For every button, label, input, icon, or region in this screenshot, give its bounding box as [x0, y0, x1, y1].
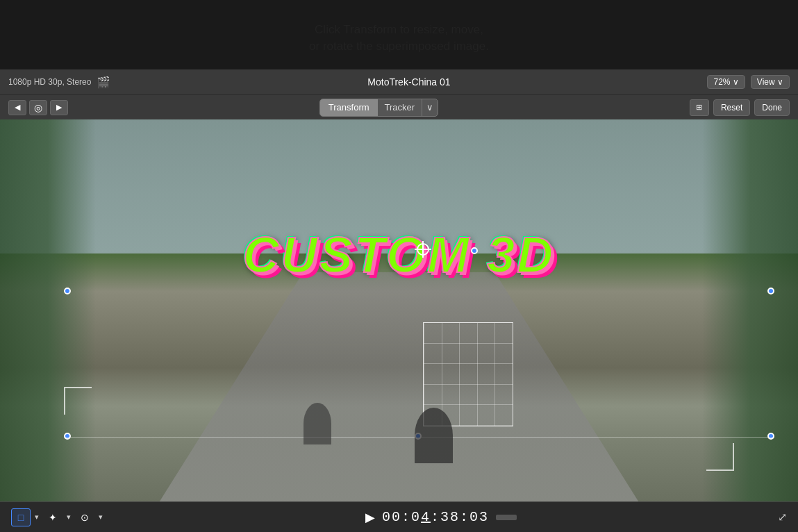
top-bar-left: 1080p HD 30p, Stereo 🎬: [8, 76, 110, 89]
controls-right: ⊞ Reset Done: [690, 99, 790, 116]
tracker-button[interactable]: Tracker: [378, 99, 422, 116]
view-button[interactable]: View ∨: [751, 75, 790, 89]
clip-title: MotoTrek-China 01: [367, 76, 450, 88]
timecode-display: 00:04:38:03: [382, 509, 489, 525]
transform-tracker-group: Transform Tracker ∨: [319, 99, 438, 117]
bottom-right: ⤢: [778, 510, 787, 524]
fullscreen-icon: ⤢: [778, 511, 787, 523]
selection-tool-icon: □: [18, 512, 24, 523]
speed-tool-icon: ⊙: [81, 512, 89, 523]
corner-bracket-bottomright: [706, 443, 734, 471]
transform-button[interactable]: Transform: [320, 99, 378, 116]
crosshair-icon[interactable]: [415, 241, 431, 258]
speed-tool-button[interactable]: ⊙: [75, 508, 94, 526]
fit-button[interactable]: ⊞: [690, 99, 709, 116]
corner-bracket-topleft: [64, 387, 92, 415]
video-area[interactable]: CUSTOM 3D: [0, 119, 798, 501]
viewer-container: 1080p HD 30p, Stereo 🎬 MotoTrek-China 01…: [0, 69, 798, 532]
done-button[interactable]: Done: [754, 99, 790, 116]
top-bar: 1080p HD 30p, Stereo 🎬 MotoTrek-China 01…: [0, 69, 798, 94]
play-button[interactable]: ▶: [365, 510, 375, 525]
timecode-text: 00:04:38:03: [382, 509, 489, 525]
crosshair-circle: [417, 243, 429, 256]
left-trees: [0, 119, 96, 501]
magic-tool-icon: ✦: [49, 512, 57, 523]
magic-tool-button[interactable]: ✦: [43, 508, 63, 526]
speed-tool-dropdown[interactable]: ▾: [97, 513, 104, 522]
scrubber[interactable]: [496, 515, 517, 520]
top-bar-right: 72% ∨ View ∨: [707, 75, 790, 89]
controls-center: Transform Tracker ∨: [319, 99, 438, 117]
tooltip-container: Click Transform to resize, move, or rota…: [0, 0, 798, 69]
next-button[interactable]: ▶: [50, 100, 68, 115]
selection-tool-dropdown[interactable]: ▾: [33, 513, 40, 522]
custom3d-title: CUSTOM 3D: [243, 226, 556, 283]
tracker-dropdown-button[interactable]: ∨: [422, 99, 438, 116]
controls-bar: ◀ ◎ ▶ Transform Tracker ∨ ⊞ Reset Don: [0, 94, 798, 119]
fullscreen-button[interactable]: ⤢: [778, 510, 787, 524]
bottom-bar: □ ▾ ✦ ▾ ⊙ ▾ ▶ 00:04:38:03 ⤢: [0, 501, 798, 532]
anchor-dot-right[interactable]: [767, 288, 774, 294]
selection-tool-button[interactable]: □: [11, 508, 31, 526]
prev-button[interactable]: ◀: [8, 100, 26, 115]
zoom-button[interactable]: 72% ∨: [707, 75, 745, 89]
tooltip-text: Click Transform to resize, move, or rota…: [309, 22, 489, 55]
video-info: 1080p HD 30p, Stereo: [8, 77, 91, 87]
rider-figure-left: [304, 403, 331, 444]
film-icon: 🎬: [97, 76, 110, 89]
reset-button[interactable]: Reset: [713, 99, 750, 116]
rider-figure-right: [415, 408, 453, 463]
anchor-dot-left[interactable]: [64, 288, 71, 294]
controls-left: ◀ ◎ ▶: [8, 100, 68, 115]
magic-tool-dropdown[interactable]: ▾: [65, 513, 72, 522]
playback-area: ▶ 00:04:38:03: [365, 509, 517, 525]
center-button[interactable]: ◎: [29, 100, 47, 115]
tools-area: □ ▾ ✦ ▾ ⊙ ▾: [11, 508, 104, 526]
